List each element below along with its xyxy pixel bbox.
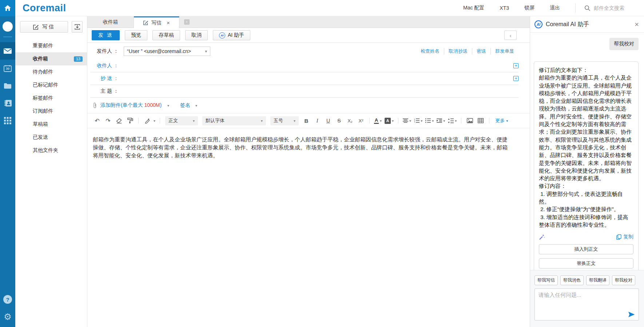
ai-pen-icon <box>143 116 152 125</box>
save-draft-button[interactable]: 存草稿 <box>152 30 180 40</box>
rail-files-item[interactable] <box>0 77 15 94</box>
to-input[interactable] <box>124 61 513 70</box>
folder-flagged[interactable]: 已标记邮件 <box>15 78 87 92</box>
folder-sent[interactable]: 已发送 <box>15 131 87 144</box>
rail-apps-item[interactable] <box>0 112 15 129</box>
menu-xt3[interactable]: XT3 <box>500 5 509 11</box>
close-panel-icon[interactable]: × <box>635 21 639 28</box>
chevron-down-icon: ▾ <box>443 119 445 123</box>
tab-inbox[interactable]: 收件箱 <box>87 16 134 28</box>
rail-calendar-item[interactable]: 30 <box>0 60 15 77</box>
insert-image-icon[interactable] <box>465 116 474 125</box>
indent-dropdown[interactable]: ▾ <box>436 118 446 123</box>
copy-button[interactable]: 复制 <box>616 234 633 240</box>
search-input[interactable] <box>594 5 637 11</box>
mass-send-link[interactable]: 群发单显 <box>490 48 518 54</box>
paragraph-style-select[interactable]: 正文 ▾ <box>165 116 198 125</box>
more-formatting-dropdown[interactable]: 更多 ▾ <box>495 117 508 124</box>
folder-other[interactable]: 其他文件夹 <box>15 144 87 157</box>
superscript-icon[interactable]: X² <box>356 116 366 125</box>
underline-icon[interactable]: U <box>323 116 333 125</box>
tab-loading[interactable]: × <box>179 16 194 28</box>
topbar-divider <box>575 3 576 13</box>
from-select[interactable]: “User ” <user@coremail.cn> ▾ <box>124 47 210 56</box>
italic-icon[interactable]: I <box>313 116 322 125</box>
ai-assistant-button[interactable]: AI AI 助手 <box>213 30 250 40</box>
font-size-select[interactable]: 五号 ▾ <box>270 116 299 125</box>
ordered-list-dropdown[interactable]: 123 ▾ <box>413 118 423 123</box>
format-painter-icon[interactable] <box>125 116 135 125</box>
folder-todo[interactable]: 待办邮件 <box>15 65 87 78</box>
chip-help-write[interactable]: 帮我写信 <box>534 275 558 285</box>
bold-icon[interactable]: B <box>302 116 311 125</box>
folder-tagged[interactable]: 标签邮件 <box>15 92 87 105</box>
compose-button[interactable]: 写信 <box>20 21 68 33</box>
calendar-day-label: 30 <box>4 67 12 70</box>
signature-chevron-icon[interactable]: ▾ <box>195 104 197 108</box>
line-height-dropdown[interactable]: ▾ <box>447 118 457 123</box>
align-dropdown[interactable]: ▾ <box>402 118 412 123</box>
chip-help-proofread[interactable]: 帮我校对 <box>612 275 635 285</box>
undo-icon[interactable]: ↶ <box>92 116 102 125</box>
home-button[interactable] <box>0 0 15 16</box>
add-recipient-icon[interactable]: + <box>513 63 518 68</box>
eraser-icon[interactable] <box>114 116 124 125</box>
menu-lock-screen[interactable]: 锁屏 <box>524 5 534 11</box>
rail-help-item[interactable]: ? <box>0 291 15 308</box>
folder-drafts[interactable]: 草稿箱 <box>15 118 87 131</box>
insert-to-body-button[interactable]: 插入到正文 <box>539 244 633 254</box>
indent-icon <box>437 118 442 123</box>
tab-compose[interactable]: 写信 × <box>134 16 179 28</box>
menu-logout[interactable]: 退出 <box>550 5 560 11</box>
line-height-icon <box>448 118 454 123</box>
bullet-list-dropdown[interactable]: ▾ <box>425 118 434 123</box>
attachment-chevron-icon[interactable]: ▾ <box>167 104 169 108</box>
apps-grid-icon <box>4 117 11 124</box>
signature-link[interactable]: 签名 <box>180 102 190 109</box>
message-body-editor[interactable]: 邮箱作为重要沟通工具，在个人及企业场景广泛应用。全球邮箱用户规模稳步增长，个人邮… <box>87 128 530 322</box>
cc-label[interactable]: 抄 送 ： <box>90 75 119 82</box>
folder-subscriptions[interactable]: 订阅邮件 <box>15 105 87 118</box>
close-tab-icon[interactable]: × <box>167 20 170 26</box>
ai-write-dropdown[interactable]: ▾ <box>142 116 156 125</box>
mail-search[interactable] <box>584 5 637 11</box>
font-color-dropdown[interactable]: A ▾ <box>373 118 382 124</box>
check-names-link[interactable]: 检查姓名 <box>416 48 444 54</box>
send-button[interactable]: 发 送 <box>92 30 120 40</box>
chip-help-translate[interactable]: 帮我翻译 <box>586 275 609 285</box>
from-label: 发件人 ： <box>90 48 119 54</box>
collapse-panel-button[interactable]: ‹ <box>504 31 517 40</box>
replace-body-button[interactable]: 替换正文 <box>539 258 633 269</box>
highlight-color-dropdown[interactable]: A ▾ <box>384 118 394 124</box>
font-family-select[interactable]: 默认字体 ▾ <box>202 116 266 125</box>
rail-divider <box>3 37 12 37</box>
compose-tab-icon <box>143 20 148 25</box>
redo-icon[interactable]: ↷ <box>103 116 113 125</box>
add-cc-icon[interactable]: + <box>513 76 518 81</box>
import-mail-button[interactable] <box>72 21 83 33</box>
ai-question-input[interactable] <box>534 288 639 320</box>
folder-important[interactable]: 重要邮件 <box>15 39 87 52</box>
menu-mac-config[interactable]: Mac 配置 <box>463 5 484 11</box>
chevron-down-icon: ▾ <box>392 119 394 123</box>
rail-mail-item[interactable] <box>0 42 15 60</box>
strikethrough-icon[interactable]: S <box>334 116 344 125</box>
subscript-icon[interactable]: X₂ <box>345 116 355 125</box>
avatar[interactable] <box>3 21 13 32</box>
insert-table-icon[interactable] <box>476 116 485 125</box>
add-attachment-link[interactable]: 添加附件(单个最大 1000M) <box>100 102 162 109</box>
rail-settings-item[interactable]: ⚙ <box>0 308 15 326</box>
subject-input[interactable] <box>124 87 518 96</box>
cancel-cc-link[interactable]: 取消抄送 <box>444 48 472 54</box>
folder-inbox[interactable]: 收件箱 13 <box>15 52 87 65</box>
send-message-icon[interactable] <box>628 311 635 318</box>
bcc-link[interactable]: 密送 <box>472 48 490 54</box>
to-label[interactable]: 收件人 ： <box>90 62 119 69</box>
chip-help-polish[interactable]: 帮我润色 <box>560 275 584 285</box>
rail-contacts-item[interactable] <box>0 94 15 112</box>
cancel-button[interactable]: 取消 <box>185 30 208 40</box>
contacts-icon <box>4 100 12 106</box>
cc-input[interactable] <box>124 74 513 83</box>
preview-button[interactable]: 预览 <box>125 30 147 40</box>
ai-logo-icon: AI <box>534 20 542 28</box>
